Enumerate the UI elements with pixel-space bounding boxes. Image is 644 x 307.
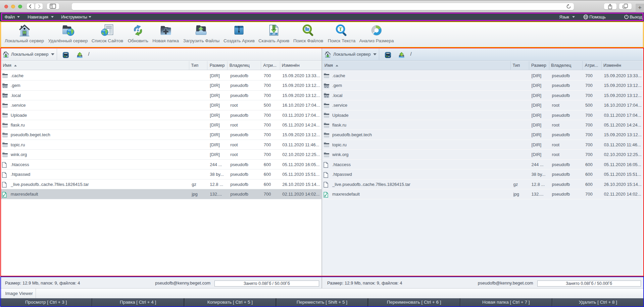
svg-text:ZIP: ZIP: [273, 33, 276, 35]
svg-text:T: T: [339, 27, 342, 32]
